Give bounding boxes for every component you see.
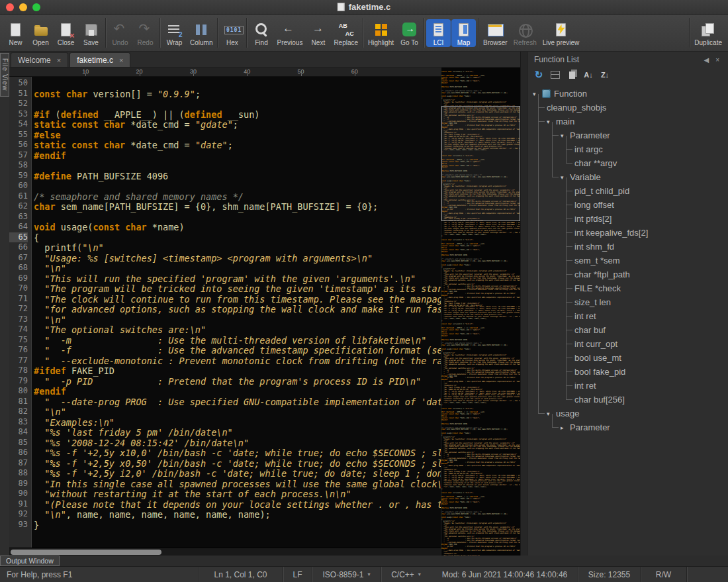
zoom-window-button[interactable] <box>32 3 40 11</box>
sort-asc-button[interactable]: A↓ <box>581 68 596 81</box>
collapse-all-button[interactable] <box>548 68 563 81</box>
tree-item-int-argc[interactable]: int argc <box>574 142 728 156</box>
status-text: Mod: 6 Jun 2021 14:00:46 14:00:46 <box>442 570 568 579</box>
tree-item-parameter[interactable]: ▾Parameter <box>561 128 728 142</box>
browser-button[interactable]: Browser <box>480 19 510 47</box>
tree-item-int-curr-opt[interactable]: int curr_opt <box>574 337 728 351</box>
tree-item-int-ret[interactable]: int ret <box>574 309 728 323</box>
save-button[interactable]: Save <box>79 19 103 47</box>
expand-triangle-icon[interactable]: ▸ <box>561 424 567 431</box>
dock-panel-icon[interactable]: ◀ <box>700 56 712 64</box>
lci-button[interactable]: LCI <box>426 19 451 47</box>
panel-header-buttons: ◀× <box>700 55 723 64</box>
tab-close-icon[interactable]: × <box>119 56 123 64</box>
line-number: 89 <box>9 479 28 489</box>
close-button[interactable]: Close <box>54 19 78 47</box>
tree-item-char-buf-256[interactable]: char buf[256] <box>574 393 728 407</box>
status-encoding[interactable]: ISO-8859-1▾ <box>312 567 381 582</box>
replace-button[interactable]: Replace <box>331 19 361 47</box>
tree-item-label: long offset <box>574 200 614 210</box>
refresh-button[interactable]: ↻ <box>531 68 546 81</box>
status-syntax-type[interactable]: C/C++▾ <box>381 567 432 582</box>
tree-item-int-ret[interactable]: int ret <box>574 379 728 393</box>
tree-item-bool-fake-pid[interactable]: bool fake_pid <box>574 365 728 379</box>
status-text: C/C++ <box>391 570 414 579</box>
close-panel-icon[interactable]: × <box>712 56 723 64</box>
tree-item-char-argv[interactable]: char **argv <box>574 156 728 170</box>
tree-item-pid-t-child-pid[interactable]: pid_t child_pid <box>574 184 728 198</box>
wrap-button[interactable]: Wrap <box>162 19 187 47</box>
toolbar-separator <box>689 18 690 48</box>
tree-item-usage[interactable]: ▾usage <box>547 407 728 420</box>
sort-desc-button[interactable]: Z↓ <box>598 68 612 81</box>
refresh-button[interactable]: Refresh <box>511 19 539 47</box>
next-button[interactable]: Next <box>306 19 330 47</box>
tree-item-char-ftpl-path[interactable]: char *ftpl_path <box>574 267 728 281</box>
tree-item-int-shm-fd[interactable]: int shm_fd <box>574 240 728 254</box>
collapse-triangle-icon[interactable]: ▾ <box>561 174 567 181</box>
new-button[interactable]: New <box>3 19 28 47</box>
column-button[interactable]: Column <box>187 19 215 47</box>
collapse-triangle-icon[interactable]: ▾ <box>561 132 567 139</box>
code-line <box>34 160 441 171</box>
map-button[interactable]: Map <box>451 19 476 47</box>
tree-item-int-pfds-2[interactable]: int pfds[2] <box>574 212 728 226</box>
code-line: "%s -f '+2,5y x0,50' /bin/bash -c 'date;… <box>34 458 441 469</box>
tab-close-icon[interactable]: × <box>57 56 61 64</box>
code-line: "Usage: %s [switches] <timestamp> <progr… <box>34 253 441 264</box>
tree-item-file-check[interactable]: FILE *check <box>574 281 728 295</box>
copy-button[interactable] <box>565 68 579 81</box>
tree-item-variable[interactable]: ▾Variable <box>561 170 728 184</box>
tree-item-int-keepalive-fds-2[interactable]: int keepalive_fds[2] <box>574 226 728 240</box>
hex-button[interactable]: Hex <box>220 19 244 47</box>
tree-item-parameter[interactable]: ▸Parameter <box>561 420 728 434</box>
collapse-triangle-icon[interactable]: ▾ <box>547 119 553 125</box>
status-line-ending[interactable]: LF <box>283 567 312 582</box>
code-editor[interactable]: const char version[] = "0.9.9";#if (defi… <box>32 77 441 548</box>
horizontal-scrollbar[interactable] <box>9 548 441 556</box>
tree-item-label: char buf[256] <box>574 395 625 405</box>
status-file-size: Size: 12355 <box>578 567 641 582</box>
file-view-tab[interactable]: File View <box>0 53 9 97</box>
minimap[interactable]: const char version[] = "0.9.9";#if (defi… <box>441 68 520 556</box>
tree-item-label: int ret <box>574 381 596 391</box>
highlight-button[interactable]: Highlight <box>365 19 396 47</box>
tab-faketime-c[interactable]: faketime.c× <box>69 52 130 67</box>
left-sidebar-strip: File View <box>0 52 9 556</box>
undo-button[interactable]: Undo <box>108 19 132 47</box>
toolbar-separator <box>105 18 106 48</box>
tree-item-cleanup-shobjs[interactable]: cleanup_shobjs <box>547 101 728 115</box>
output-window-button[interactable]: Output Window <box>0 556 60 566</box>
minimap-viewport[interactable] <box>441 106 520 221</box>
tree-item-function[interactable]: ▾Function <box>533 87 728 101</box>
status-cursor-position[interactable]: Ln 1, Col 1, C0 <box>199 567 283 582</box>
previous-button[interactable]: Previous <box>274 19 305 47</box>
tree-item-char-buf[interactable]: char buf <box>574 323 728 337</box>
tree-item-bool-use-mt[interactable]: bool use_mt <box>574 351 728 365</box>
line-number: 54 <box>9 119 28 130</box>
collapse-triangle-icon[interactable]: ▾ <box>533 91 539 97</box>
status-read-write-status[interactable]: R/W <box>641 567 687 582</box>
code-line: "\n", name, name, name, name, name, name… <box>34 509 441 520</box>
tab-welcome[interactable]: Welcome× <box>11 52 68 67</box>
scrollbar-thumb[interactable] <box>11 550 161 555</box>
find-button[interactable]: Find <box>249 19 273 47</box>
tree-item-main[interactable]: ▾main <box>547 115 728 128</box>
live-preview-button[interactable]: Live preview <box>540 19 582 47</box>
duplicate-button[interactable]: Duplicate <box>692 19 725 47</box>
open-button[interactable]: Open <box>28 19 53 47</box>
panel-splitter[interactable] <box>520 52 527 556</box>
tree-item-sem-t-sem[interactable]: sem_t *sem <box>574 254 728 267</box>
tree-item-size-t-len[interactable]: size_t len <box>574 295 728 309</box>
collapse-triangle-icon[interactable]: ▾ <box>547 411 553 417</box>
redo-button[interactable]: Redo <box>133 19 158 47</box>
tree-item-label: bool use_mt <box>574 353 621 363</box>
go-to-button[interactable]: Go To <box>397 19 422 47</box>
next-icon <box>309 21 328 38</box>
close-window-button[interactable] <box>6 3 14 11</box>
toolbar-button-label: Live preview <box>543 39 580 46</box>
tab-label: faketime.c <box>77 56 113 65</box>
minimize-window-button[interactable] <box>19 3 27 11</box>
tree-item-label: Parameter <box>570 130 610 140</box>
tree-item-long-offset[interactable]: long offset <box>574 198 728 212</box>
